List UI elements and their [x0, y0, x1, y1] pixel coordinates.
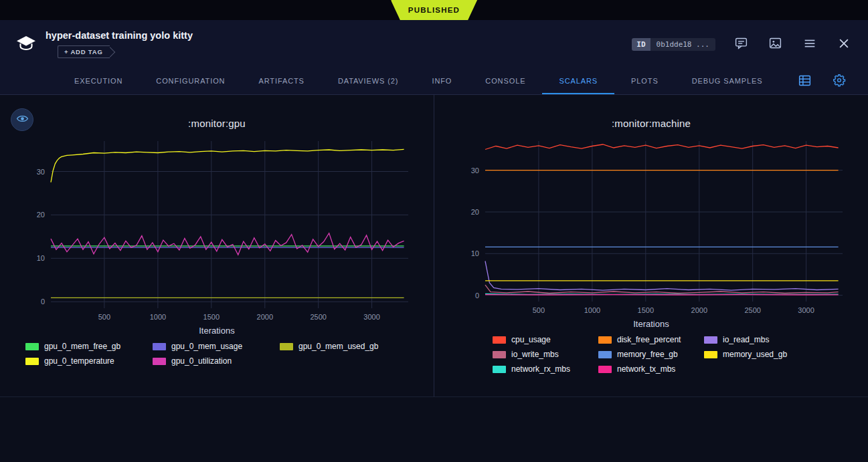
legend-label: gpu_0_temperature — [44, 356, 114, 366]
gpu-chart-legend: gpu_0_mem_free_gbgpu_0_mem_usagegpu_0_me… — [25, 342, 408, 371]
legend-swatch — [153, 358, 166, 365]
id-value: 0b1dde18 ... — [650, 38, 715, 51]
legend-swatch — [598, 351, 612, 358]
x-axis-label: Iterations — [199, 326, 234, 336]
legend-label: io_read_mbs — [723, 335, 769, 344]
legend-swatch — [704, 351, 717, 358]
series-line-gpu_0_temperature — [51, 149, 404, 182]
header-actions: ID 0b1dde18 ... — [632, 35, 852, 54]
tab-dataviews-2[interactable]: DATAVIEWS (2) — [321, 68, 416, 94]
legend-item-memory_free_gb[interactable]: memory_free_gb — [598, 350, 704, 359]
legend-item-memory_used_gb[interactable]: memory_used_gb — [704, 350, 810, 359]
tab-bar-actions — [796, 68, 868, 94]
legend-label: disk_free_percent — [617, 335, 681, 344]
legend-item-io_read_mbs[interactable]: io_read_mbs — [704, 335, 810, 344]
legend-swatch — [493, 366, 506, 373]
legend-label: memory_used_gb — [723, 350, 787, 359]
x-axis-tick-label: 500 — [533, 306, 545, 314]
y-axis-tick-label: 0 — [41, 298, 45, 306]
tab-execution[interactable]: EXECUTION — [58, 68, 139, 94]
legend-item-network_rx_mbs[interactable]: network_rx_mbs — [493, 364, 598, 374]
add-tag-button[interactable]: + ADD TAG — [58, 45, 110, 58]
x-axis-tick-label: 2500 — [744, 306, 760, 314]
legend-item-gpu_0_mem_usage[interactable]: gpu_0_mem_usage — [153, 342, 280, 351]
legend-swatch — [25, 343, 39, 350]
x-axis-tick-label: 2500 — [310, 313, 326, 321]
legend-item-gpu_0_temperature[interactable]: gpu_0_temperature — [25, 356, 153, 366]
logo-icon — [16, 35, 36, 53]
x-axis-tick-label: 3000 — [798, 306, 814, 314]
tab-console[interactable]: CONSOLE — [468, 68, 542, 94]
legend-label: gpu_0_mem_free_gb — [44, 342, 120, 351]
title-block: hyper-dataset training yolo kitty + ADD … — [46, 30, 193, 58]
x-axis-tick-label: 3000 — [363, 313, 379, 321]
y-axis-tick-label: 0 — [475, 292, 479, 300]
machine-chart-plot[interactable]: 010203050010001500200025003000 — [454, 136, 848, 318]
top-strip: PUBLISHED — [0, 0, 868, 20]
x-axis-label: Iterations — [633, 319, 669, 329]
metrics-visibility-button[interactable] — [11, 108, 33, 131]
x-axis-tick-label: 2000 — [691, 306, 707, 314]
scalars-content: :monitor:gpu 010203050010001500200025003… — [0, 95, 868, 462]
gpu-chart-plot[interactable]: 010203050010001500200025003000 — [20, 136, 414, 324]
legend-item-cpu_usage[interactable]: cpu_usage — [493, 335, 598, 344]
image-icon — [768, 36, 782, 52]
x-axis-tick-label: 1500 — [638, 306, 654, 314]
clearml-logo — [16, 35, 36, 53]
legend-label: memory_free_gb — [617, 350, 678, 359]
series-line-io_read_mbs — [485, 261, 839, 291]
x-axis-tick-label: 1500 — [203, 313, 220, 321]
tab-scalars[interactable]: SCALARS — [542, 68, 614, 94]
y-axis-tick-label: 30 — [37, 168, 45, 176]
tab-debug-samples[interactable]: DEBUG SAMPLES — [675, 68, 780, 94]
legend-item-gpu_0_mem_free_gb[interactable]: gpu_0_mem_free_gb — [25, 342, 153, 351]
chart-title-gpu: :monitor:gpu — [188, 118, 246, 129]
chart-panels: :monitor:gpu 010203050010001500200025003… — [0, 95, 868, 397]
legend-label: network_rx_mbs — [511, 364, 570, 374]
legend-item-network_tx_mbs[interactable]: network_tx_mbs — [598, 364, 704, 374]
tab-plots[interactable]: PLOTS — [614, 68, 675, 94]
close-icon — [837, 37, 851, 52]
experiment-id-chip[interactable]: ID 0b1dde18 ... — [632, 38, 715, 51]
y-axis-tick-label: 30 — [471, 166, 479, 175]
x-axis-tick-label: 1000 — [150, 313, 166, 321]
comment-button[interactable] — [733, 35, 750, 53]
legend-item-disk_free_percent[interactable]: disk_free_percent — [598, 335, 704, 344]
gear-icon — [832, 73, 847, 90]
settings-button[interactable] — [831, 72, 848, 91]
legend-item-gpu_0_utilization[interactable]: gpu_0_utilization — [153, 356, 280, 366]
series-line-gpu_0_utilization — [51, 233, 404, 255]
experiment-header: hyper-dataset training yolo kitty + ADD … — [0, 20, 868, 68]
chart-panel-machine: :monitor:machine 01020305001000150020002… — [434, 95, 868, 396]
table-icon — [798, 74, 812, 90]
legend-label: gpu_0_mem_used_gb — [298, 342, 378, 351]
legend-item-gpu_0_mem_used_gb[interactable]: gpu_0_mem_used_gb — [280, 342, 407, 351]
x-axis-tick-label: 1000 — [584, 306, 600, 314]
legend-swatch — [598, 366, 612, 373]
close-button[interactable] — [836, 35, 852, 53]
status-ribbon: PUBLISHED — [391, 0, 477, 20]
comment-icon — [734, 36, 748, 52]
legend-swatch — [704, 336, 717, 344]
legend-swatch — [493, 351, 506, 358]
y-axis-tick-label: 10 — [37, 254, 45, 262]
x-axis-tick-label: 2000 — [257, 313, 273, 321]
tab-artifacts[interactable]: ARTIFACTS — [242, 68, 321, 94]
legend-item-io_write_mbs[interactable]: io_write_mbs — [493, 350, 598, 359]
legend-label: network_tx_mbs — [617, 364, 675, 374]
menu-button[interactable] — [801, 35, 818, 54]
legend-label: cpu_usage — [511, 335, 551, 344]
tab-list: EXECUTIONCONFIGURATIONARTIFACTSDATAVIEWS… — [58, 68, 779, 94]
y-axis-tick-label: 20 — [37, 211, 45, 219]
chart-panel-gpu: :monitor:gpu 010203050010001500200025003… — [0, 95, 434, 396]
debug-image-button[interactable] — [767, 35, 784, 53]
y-axis-tick-label: 10 — [471, 249, 479, 257]
tab-bar: EXECUTIONCONFIGURATIONARTIFACTSDATAVIEWS… — [0, 68, 868, 95]
app-window: PUBLISHED hyper-dataset training yolo ki… — [0, 0, 868, 462]
x-axis-tick-label: 500 — [98, 313, 110, 321]
tab-info[interactable]: INFO — [415, 68, 468, 94]
table-view-button[interactable] — [796, 72, 813, 91]
legend-swatch — [280, 343, 293, 350]
tab-configuration[interactable]: CONFIGURATION — [139, 68, 242, 94]
legend-swatch — [153, 343, 166, 350]
